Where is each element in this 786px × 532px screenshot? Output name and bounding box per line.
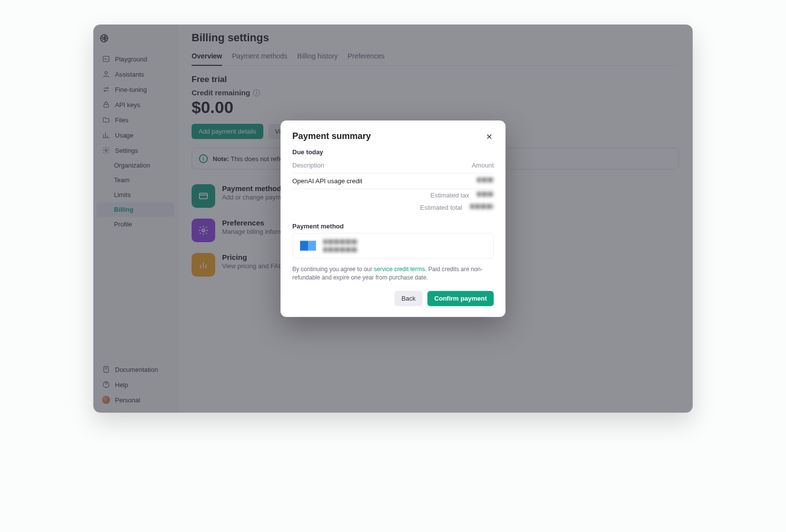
modal-title: Payment summary bbox=[292, 131, 371, 141]
fineprint-pre: By continuing you agree to our bbox=[292, 266, 374, 273]
back-button[interactable]: Back bbox=[394, 291, 422, 306]
payment-method-heading: Payment method bbox=[292, 223, 494, 230]
estimated-tax-amount-redacted bbox=[477, 192, 494, 196]
app-window: Playground Assistants Fine-tuning API ke… bbox=[93, 25, 693, 413]
col-amount: Amount bbox=[472, 162, 494, 169]
line-item-description: OpenAI API usage credit bbox=[292, 177, 362, 185]
payment-summary-modal: Payment summary Due today Description Am… bbox=[281, 120, 505, 317]
estimated-tax-label: Estimated tax bbox=[430, 192, 469, 199]
estimated-total-amount-redacted bbox=[470, 204, 494, 209]
summary-table: Description Amount OpenAI API usage cred… bbox=[292, 158, 494, 214]
confirm-payment-button[interactable]: Confirm payment bbox=[427, 291, 494, 306]
payment-method-card[interactable] bbox=[292, 233, 494, 258]
card-number-redacted bbox=[323, 239, 358, 244]
card-expiry-redacted bbox=[323, 247, 358, 252]
col-description: Description bbox=[292, 162, 324, 169]
due-today-heading: Due today bbox=[292, 148, 494, 156]
close-icon bbox=[486, 133, 493, 140]
line-item-amount-redacted bbox=[477, 177, 494, 182]
terms-fineprint: By continuing you agree to our service c… bbox=[292, 265, 494, 282]
card-brand-icon bbox=[300, 240, 316, 251]
close-button[interactable] bbox=[485, 132, 494, 141]
estimated-total-label: Estimated total bbox=[420, 204, 462, 211]
service-credit-terms-link[interactable]: service credit terms bbox=[374, 266, 425, 273]
